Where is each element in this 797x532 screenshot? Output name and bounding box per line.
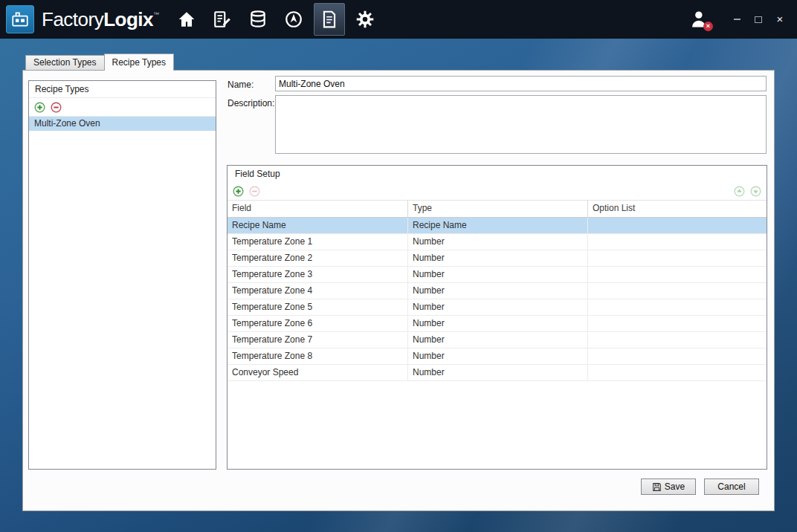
table-cell-type: Number — [408, 234, 588, 250]
description-label: Description: — [228, 98, 274, 108]
gear-icon — [355, 10, 375, 29]
table-row[interactable]: Conveyor SpeedNumber — [228, 365, 767, 381]
titlebar-nav — [171, 3, 381, 36]
minimize-icon — [734, 19, 740, 20]
table-cell-option_list — [588, 365, 767, 380]
table-cell-type: Number — [408, 348, 588, 364]
recipe-type-list-items: Multi-Zone Oven — [29, 117, 216, 131]
trademark: ™ — [153, 11, 159, 18]
table-row[interactable]: Temperature Zone 7Number — [228, 332, 767, 348]
name-label: Name: — [228, 80, 254, 90]
user-offline-badge: × — [703, 22, 713, 31]
listbox-toolbar — [29, 98, 216, 117]
field-setup-title: Field Setup — [228, 166, 767, 182]
close-icon: × — [777, 14, 784, 25]
arrow-up-icon — [734, 186, 745, 197]
save-icon — [652, 482, 662, 492]
add-icon — [233, 186, 244, 197]
nav-instructions-button[interactable] — [207, 3, 238, 36]
factorylogix-logo-icon — [10, 10, 30, 29]
remove-icon — [51, 102, 62, 113]
table-cell-type: Number — [408, 365, 588, 380]
compass-icon — [284, 10, 303, 29]
database-icon — [248, 10, 268, 29]
table-cell-field: Temperature Zone 6 — [228, 316, 408, 331]
table-cell-option_list — [588, 218, 767, 233]
column-header-option-list[interactable]: Option List — [588, 201, 767, 217]
maximize-icon — [755, 16, 762, 23]
table-cell-type: Number — [408, 283, 588, 299]
table-cell-type: Recipe Name — [408, 218, 588, 233]
move-down-button[interactable] — [750, 186, 761, 197]
field-setup-toolbar — [228, 182, 767, 200]
table-cell-option_list — [588, 316, 767, 331]
table-row[interactable]: Temperature Zone 5Number — [228, 299, 767, 316]
recipe-types-panel: Recipe Types Multi — [22, 70, 775, 511]
cancel-button-label: Cancel — [717, 481, 745, 492]
clipboard-edit-icon — [213, 10, 232, 29]
column-header-type[interactable]: Type — [408, 201, 588, 217]
table-row[interactable]: Recipe NameRecipe Name — [228, 218, 767, 234]
main-panel: Selection Types Recipe Types Recipe Type… — [22, 53, 775, 511]
table-cell-type: Number — [408, 299, 588, 315]
table-row[interactable]: Temperature Zone 3Number — [228, 267, 767, 283]
save-button[interactable]: Save — [641, 479, 696, 495]
table-cell-type: Number — [408, 250, 588, 266]
cancel-button[interactable]: Cancel — [704, 479, 759, 495]
listbox-header: Recipe Types — [29, 81, 216, 98]
tab-strip: Selection Types Recipe Types — [25, 53, 173, 70]
minimize-button[interactable] — [732, 14, 742, 25]
tab-selection-types[interactable]: Selection Types — [25, 55, 105, 70]
nav-home-button[interactable] — [171, 3, 202, 36]
table-cell-field: Temperature Zone 5 — [228, 299, 408, 315]
table-cell-type: Number — [408, 267, 588, 282]
table-cell-option_list — [588, 250, 767, 266]
table-cell-field: Temperature Zone 2 — [228, 250, 408, 266]
table-cell-type: Number — [408, 332, 588, 348]
table-cell-option_list — [588, 234, 767, 250]
table-cell-field: Recipe Name — [228, 218, 408, 233]
user-button[interactable]: × — [689, 9, 710, 30]
remove-recipe-type-button[interactable] — [51, 102, 62, 113]
table-row[interactable]: Temperature Zone 4Number — [228, 283, 767, 299]
table-cell-option_list — [588, 267, 767, 282]
move-up-button[interactable] — [734, 186, 745, 197]
add-field-button[interactable] — [233, 186, 244, 197]
list-item[interactable]: Multi-Zone Oven — [29, 117, 216, 131]
table-cell-field: Temperature Zone 3 — [228, 267, 408, 282]
column-header-field[interactable]: Field — [228, 201, 408, 217]
table-cell-option_list — [588, 332, 767, 348]
titlebar: FactoryLogix™ — [0, 0, 797, 39]
table-row[interactable]: Temperature Zone 8Number — [228, 348, 767, 365]
nav-recipes-button[interactable] — [314, 3, 345, 36]
remove-field-button[interactable] — [249, 186, 260, 197]
nav-settings-button[interactable] — [349, 3, 381, 36]
description-input[interactable] — [275, 95, 767, 154]
window-controls: × × — [689, 0, 785, 39]
table-cell-option_list — [588, 283, 767, 299]
table-cell-field: Temperature Zone 4 — [228, 283, 408, 299]
document-icon — [320, 10, 339, 29]
add-icon — [34, 102, 45, 113]
app-title: FactoryLogix™ — [42, 8, 159, 31]
table-cell-field: Temperature Zone 8 — [228, 348, 408, 364]
save-button-label: Save — [665, 481, 685, 492]
table-cell-type: Number — [408, 316, 588, 331]
recipe-types-listbox: Recipe Types Multi — [28, 80, 216, 470]
table-row[interactable]: Temperature Zone 2Number — [228, 250, 767, 267]
name-input[interactable] — [275, 76, 767, 91]
content-background: Selection Types Recipe Types Recipe Type… — [0, 39, 797, 532]
nav-production-button[interactable] — [278, 3, 309, 36]
table-cell-option_list — [588, 348, 767, 364]
tab-recipe-types[interactable]: Recipe Types — [104, 53, 175, 71]
table-cell-option_list — [588, 299, 767, 315]
field-table-body: Recipe NameRecipe NameTemperature Zone 1… — [228, 218, 767, 469]
table-cell-field: Conveyor Speed — [228, 365, 408, 380]
add-recipe-type-button[interactable] — [34, 102, 45, 113]
table-row[interactable]: Temperature Zone 1Number — [228, 234, 767, 250]
nav-materials-button[interactable] — [242, 3, 274, 36]
maximize-button[interactable] — [753, 14, 764, 25]
close-button[interactable]: × — [775, 14, 785, 25]
table-row[interactable]: Temperature Zone 6Number — [228, 316, 767, 332]
field-table-header: Field Type Option List — [228, 200, 767, 218]
